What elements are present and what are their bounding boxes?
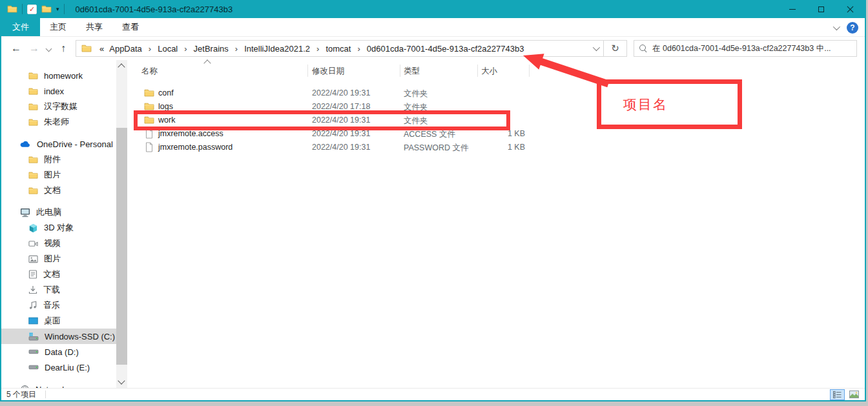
breadcrumb-separator-icon: › <box>145 44 155 54</box>
file-name: jmxremote.access <box>158 129 223 138</box>
sidebar-item-attachments[interactable]: 附件 <box>1 152 116 167</box>
maximize-button[interactable] <box>807 0 836 18</box>
work-row-highlight-annotation <box>134 110 510 130</box>
sidebar-item-d-drive[interactable]: Data (D:) <box>1 344 116 360</box>
sidebar-item-homework[interactable]: homework <box>1 68 116 83</box>
sidebar-item-index[interactable]: index <box>1 83 116 99</box>
properties-check-icon[interactable]: ✓ <box>27 5 37 14</box>
file-date: 2022/4/20 19:31 <box>312 88 370 97</box>
sidebar-item-3d-objects[interactable]: 3D 对象 <box>1 220 116 236</box>
file-list-pane: 名称 修改日期 类型 大小 conf 2022/4/20 19:31 文件夹 <box>127 60 865 388</box>
help-icon[interactable]: ? <box>847 22 858 34</box>
forward-button[interactable]: → <box>27 43 41 54</box>
navigation-pane: homework index 汉字数媒 朱老师 OneDrive - Perso… <box>1 60 116 388</box>
3d-cube-icon <box>28 223 38 233</box>
file-row-conf[interactable]: conf 2022/4/20 19:31 文件夹 <box>127 86 865 100</box>
column-header-name[interactable]: 名称 <box>141 66 158 77</box>
onedrive-cloud-icon <box>20 141 31 148</box>
sidebar-item-label: 桌面 <box>44 315 61 327</box>
folder-icon <box>144 88 154 98</box>
divider <box>45 391 46 398</box>
sidebar-item-onedrive-documents[interactable]: 文档 <box>1 183 116 198</box>
breadcrumb-appdata[interactable]: AppData <box>108 44 143 54</box>
file-row-jmxremote-password[interactable]: jmxremote.password 2022/4/20 19:31 PASSW… <box>127 141 865 154</box>
breadcrumb-tomcat[interactable]: tomcat <box>324 44 352 54</box>
search-input[interactable] <box>652 44 851 53</box>
desktop-icon <box>28 317 38 325</box>
divider <box>64 4 65 14</box>
sidebar-item-label: 图片 <box>44 169 61 181</box>
scrollbar-thumb[interactable] <box>116 128 127 365</box>
file-type: ACCESS 文件 <box>404 129 455 140</box>
sidebar-item-this-pc[interactable]: 此电脑 <box>1 205 116 220</box>
folder-icon <box>28 155 38 165</box>
minimize-icon <box>789 9 796 10</box>
sidebar-scrollbar[interactable] <box>116 60 127 388</box>
breadcrumb-local[interactable]: Local <box>156 44 179 54</box>
breadcrumb-separator-icon: › <box>231 44 242 54</box>
column-divider[interactable] <box>400 65 400 77</box>
details-view-button[interactable] <box>830 389 845 400</box>
sidebar-item-hanzi-shumei[interactable]: 汉字数媒 <box>1 99 116 114</box>
breadcrumb-intellijidea[interactable]: IntelliJIdea2021.2 <box>243 44 311 54</box>
sidebar-item-onedrive-pictures[interactable]: 图片 <box>1 167 116 183</box>
sidebar-item-network[interactable]: Network <box>1 381 116 388</box>
customize-toolbar-caret-icon[interactable]: ▾ <box>56 6 59 12</box>
quick-access-toolbar: ✓ ▾ 0d601cda-7001-4d5e-913a-cf2a227743b3 <box>1 4 232 14</box>
sidebar-item-pictures[interactable]: 图片 <box>1 251 116 267</box>
sidebar-item-music[interactable]: 音乐 <box>1 298 116 313</box>
sidebar-item-desktop[interactable]: 桌面 <box>1 313 116 329</box>
column-divider[interactable] <box>477 65 478 77</box>
sidebar-item-documents[interactable]: 文档 <box>1 267 116 282</box>
tab-share[interactable]: 共享 <box>76 18 112 36</box>
folder-icon <box>28 71 38 81</box>
file-size: 1 KB <box>481 143 525 152</box>
sidebar-item-videos[interactable]: 视频 <box>1 236 116 251</box>
navigation-toolbar: ← → ↑ « AppData › Local › JetBrains › In… <box>1 37 865 60</box>
folder-icon <box>28 86 38 96</box>
breadcrumb-separator-icon: › <box>353 44 364 54</box>
close-button[interactable] <box>836 0 865 18</box>
file-name: logs <box>158 102 173 111</box>
close-icon <box>847 6 854 13</box>
column-header-size[interactable]: 大小 <box>481 66 497 77</box>
thumbnails-view-button[interactable] <box>847 389 862 400</box>
scroll-up-icon[interactable] <box>118 63 125 70</box>
column-divider[interactable] <box>307 65 308 77</box>
thumbnails-view-icon <box>849 391 859 398</box>
sidebar-item-zhu-laoshi[interactable]: 朱老师 <box>1 114 116 130</box>
breadcrumb-overflow-icon[interactable]: « <box>97 44 107 54</box>
breadcrumb-jetbrains[interactable]: JetBrains <box>192 44 230 54</box>
sidebar-item-label: OneDrive - Personal <box>37 139 113 149</box>
recent-locations-caret-icon[interactable] <box>46 45 52 52</box>
videos-icon <box>28 239 38 248</box>
sidebar-item-downloads[interactable]: 下载 <box>1 282 116 298</box>
file-type: PASSWORD 文件 <box>404 143 468 154</box>
drive-icon <box>28 349 39 355</box>
sidebar-item-label: 文档 <box>43 269 60 280</box>
sidebar-item-e-drive[interactable]: DearLiu (E:) <box>1 360 116 375</box>
project-name-annotation-label: 项目名 <box>601 96 668 114</box>
minimize-button[interactable] <box>778 0 807 18</box>
folder-icon <box>28 102 38 112</box>
collapse-ribbon-icon[interactable] <box>833 23 840 30</box>
column-header-date[interactable]: 修改日期 <box>312 66 344 77</box>
new-folder-icon[interactable] <box>41 4 52 14</box>
tab-file[interactable]: 文件 <box>1 18 40 36</box>
pictures-icon <box>28 255 38 263</box>
breadcrumb-current-folder[interactable]: 0d601cda-7001-4d5e-913a-cf2a227743b3 <box>366 44 526 54</box>
sidebar-item-c-drive[interactable]: Windows-SSD (C:) <box>1 329 116 344</box>
tab-view[interactable]: 查看 <box>112 18 149 36</box>
search-box[interactable] <box>634 40 857 57</box>
sidebar-item-label: DearLiu (E:) <box>45 363 90 372</box>
back-button[interactable]: ← <box>9 43 23 54</box>
this-pc-icon <box>20 208 30 218</box>
tab-home[interactable]: 主页 <box>40 18 76 36</box>
sidebar-item-label: homework <box>44 71 83 81</box>
scroll-down-icon[interactable] <box>118 377 125 384</box>
up-button[interactable]: ↑ <box>56 43 70 54</box>
sidebar-item-label: Data (D:) <box>45 347 79 357</box>
divider <box>22 4 23 14</box>
column-header-type[interactable]: 类型 <box>404 66 420 77</box>
sidebar-item-onedrive[interactable]: OneDrive - Personal <box>1 136 116 152</box>
